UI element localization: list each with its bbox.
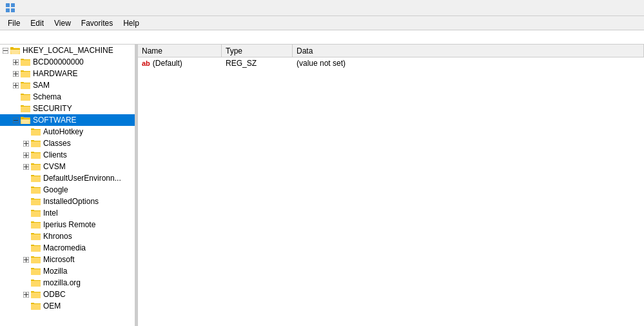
svg-rect-87	[31, 210, 41, 211]
svg-rect-39	[21, 106, 30, 107]
tree-item-label: Microsoft	[43, 255, 75, 264]
tree-item[interactable]: Iperius Remote	[0, 219, 135, 230]
tree-item[interactable]: Intel	[0, 207, 135, 219]
menu-view[interactable]: View	[49, 17, 76, 29]
maximize-button[interactable]	[580, 0, 609, 16]
tree-expander[interactable]	[21, 161, 31, 172]
tree-item[interactable]: SOFTWARE	[0, 114, 135, 126]
svg-rect-3	[11, 8, 15, 12]
tree-item[interactable]: Mozilla	[0, 265, 135, 277]
folder-icon	[31, 185, 41, 195]
tree-item[interactable]: DefaultUserEnvironn...	[0, 172, 135, 184]
tree-item-label: AutoHotkey	[43, 127, 83, 136]
svg-rect-83	[31, 199, 41, 199]
svg-rect-98	[31, 245, 41, 252]
close-button[interactable]	[609, 0, 639, 16]
tree-item[interactable]: OEM	[0, 300, 135, 312]
title-bar	[0, 0, 644, 16]
svg-rect-63	[31, 152, 41, 159]
tree-item-label: BCD00000000	[33, 57, 84, 66]
tree-item-label: InstalledOptions	[43, 197, 99, 206]
address-bar	[0, 30, 644, 45]
tree-item[interactable]: InstalledOptions	[0, 196, 135, 207]
column-headers: Name Type Data	[138, 45, 644, 57]
tree-item[interactable]: Clients	[0, 149, 135, 161]
menu-favorites[interactable]: Favorites	[76, 17, 118, 29]
tree-expander[interactable]	[10, 68, 21, 79]
folder-icon	[31, 219, 41, 230]
tree-item[interactable]: BCD00000000	[0, 56, 135, 68]
tree-item[interactable]: AutoHotkey	[0, 126, 135, 138]
tree-item-label: OEM	[43, 301, 61, 311]
tree-item-label: Macromedia	[43, 243, 86, 252]
tree-expander[interactable]	[10, 56, 21, 68]
tree-pane[interactable]: HKEY_LOCAL_MACHINE BCD00000000 HARDWARE …	[0, 45, 135, 326]
minimize-button[interactable]	[550, 0, 580, 16]
tree-item[interactable]: Khronos	[0, 230, 135, 242]
svg-rect-74	[31, 176, 41, 182]
svg-rect-125	[31, 303, 41, 304]
folder-icon	[31, 196, 41, 207]
tree-expander	[21, 242, 31, 254]
tree-expander[interactable]	[21, 289, 31, 300]
tree-expander	[21, 184, 31, 196]
menu-file[interactable]: File	[3, 17, 25, 29]
tree-item[interactable]: Microsoft	[0, 254, 135, 265]
tree-item-label: DefaultUserEnvironn...	[43, 174, 121, 183]
tree-item-label: Clients	[43, 150, 67, 159]
svg-rect-71	[31, 164, 41, 165]
tree-item-label: HARDWARE	[33, 69, 78, 78]
tree-item[interactable]: Macromedia	[0, 242, 135, 254]
menu-bar: File Edit View Favorites Help	[0, 16, 644, 30]
svg-rect-106	[31, 257, 41, 258]
tree-expander	[21, 207, 31, 219]
tree-expander[interactable]	[0, 45, 10, 56]
tree-item[interactable]: HKEY_LOCAL_MACHINE	[0, 45, 135, 56]
svg-rect-8	[10, 47, 14, 48]
svg-rect-0	[6, 3, 10, 7]
svg-rect-78	[31, 187, 41, 194]
svg-rect-38	[21, 106, 30, 112]
folder-icon	[31, 266, 41, 276]
menu-edit[interactable]: Edit	[25, 17, 49, 29]
folder-icon	[21, 115, 31, 125]
folder-icon	[31, 150, 41, 160]
tree-item-label: SECURITY	[33, 104, 72, 113]
tree-expander[interactable]	[21, 254, 31, 265]
menu-help[interactable]: Help	[118, 17, 144, 29]
tree-item[interactable]: mozilla.org	[0, 277, 135, 289]
tree-item[interactable]: SAM	[0, 79, 135, 91]
folder-icon	[31, 161, 41, 172]
tree-item-label: SAM	[33, 81, 50, 90]
tree-expander[interactable]	[21, 149, 31, 161]
tree-expander[interactable]	[10, 114, 21, 126]
tree-expander[interactable]	[10, 79, 21, 91]
table-row[interactable]: ab(Default)REG_SZ(value not set)	[138, 57, 644, 69]
svg-rect-57	[31, 141, 41, 141]
col-data: Data	[293, 45, 644, 57]
tree-item[interactable]: HARDWARE	[0, 68, 135, 79]
tree-item-label: Khronos	[43, 232, 72, 241]
svg-rect-99	[31, 245, 41, 246]
svg-rect-56	[31, 141, 41, 147]
tree-expander	[21, 230, 31, 242]
folder-icon	[31, 243, 41, 253]
tree-item[interactable]: SECURITY	[0, 103, 135, 114]
tree-item[interactable]: Schema	[0, 91, 135, 103]
svg-rect-44	[21, 117, 24, 118]
svg-rect-49	[31, 129, 41, 136]
tree-expander	[21, 172, 31, 184]
tree-expander[interactable]	[21, 138, 31, 149]
tree-item[interactable]: ODBC	[0, 289, 135, 300]
svg-rect-1	[11, 3, 15, 7]
svg-rect-121	[31, 292, 41, 292]
data-rows: ab(Default)REG_SZ(value not set)	[138, 57, 644, 69]
tree-item[interactable]: CVSM	[0, 161, 135, 172]
tree-item[interactable]: Classes	[0, 138, 135, 149]
svg-rect-46	[21, 118, 30, 119]
svg-rect-17	[21, 59, 30, 60]
svg-rect-2	[6, 8, 10, 12]
tree-item-label: SOFTWARE	[33, 116, 77, 125]
tree-item[interactable]: Google	[0, 184, 135, 196]
tree-content: HKEY_LOCAL_MACHINE BCD00000000 HARDWARE …	[0, 45, 135, 312]
